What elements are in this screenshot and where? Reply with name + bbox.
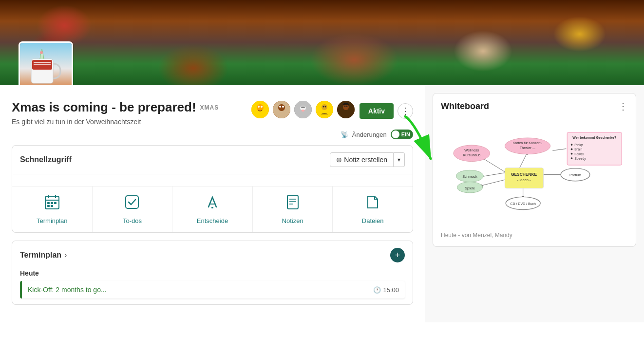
svg-point-22	[324, 106, 326, 108]
profile-image	[19, 41, 73, 85]
changes-label: Änderungen	[352, 131, 387, 138]
svg-point-13	[282, 106, 284, 108]
svg-rect-34	[47, 205, 50, 207]
title-left: Xmas is coming - be prepared! XMAS Es gi…	[12, 100, 250, 126]
dateien-icon	[365, 194, 380, 213]
svg-point-17	[303, 107, 304, 108]
right-column: Whiteboard ⋮	[425, 85, 644, 322]
svg-point-9	[261, 106, 263, 108]
add-terminplan-button[interactable]: +	[390, 248, 405, 262]
svg-text:Feivel: Feivel	[574, 152, 584, 156]
title-section: Xmas is coming - be prepared! XMAS Es gi…	[12, 100, 413, 126]
schnellzugriff-header: Schnellzugriff ⊕ Notiz erstellen ▾	[12, 146, 413, 174]
schnellzugriff-empty	[12, 174, 413, 186]
banner	[0, 0, 644, 85]
svg-text:Theater ...: Theater ...	[520, 146, 535, 149]
nav-entscheide[interactable]: Entscheide	[172, 186, 253, 232]
svg-text:Karten für Konzert /: Karten für Konzert /	[513, 141, 543, 145]
svg-point-21	[322, 106, 324, 108]
svg-point-4	[40, 51, 43, 54]
schnellzugriff-card: Schnellzugriff ⊕ Notiz erstellen ▾	[12, 145, 413, 233]
toggle-dot	[392, 130, 399, 138]
content-area: Xmas is coming - be prepared! XMAS Es gi…	[0, 85, 644, 322]
group-description: Es gibt viel zu tun in der Vorweihnachts…	[12, 118, 250, 126]
nav-todos-label: To-dos	[123, 217, 142, 224]
svg-text:Wer bekommt Geschenke?: Wer bekommt Geschenke?	[572, 136, 616, 139]
group-title: Xmas is coming - be prepared! XMAS	[12, 100, 250, 115]
svg-point-16	[301, 107, 303, 108]
svg-rect-33	[54, 202, 57, 204]
title-actions: Aktiv ⋮	[250, 100, 413, 122]
whiteboard-body: GESCHENKE - Ideen - Wellness Kurzurlaub …	[433, 119, 636, 246]
rss-icon: 📡	[341, 131, 348, 138]
svg-point-11	[278, 104, 285, 111]
terminplan-icon	[44, 194, 60, 213]
banner-bg	[0, 0, 644, 85]
svg-line-45	[480, 179, 507, 186]
terminplan-title: Terminplan ›	[20, 251, 67, 260]
svg-rect-37	[211, 207, 213, 208]
schnellzugriff-title: Schnellzugriff	[20, 155, 72, 164]
svg-point-72	[571, 153, 573, 155]
svg-point-68	[571, 144, 573, 146]
svg-point-24	[343, 104, 349, 110]
left-column: Xmas is coming - be prepared! XMAS Es gi…	[0, 85, 425, 322]
svg-point-18	[302, 110, 304, 112]
avatar-4	[315, 100, 334, 119]
quick-nav: Terminplan To-dos	[12, 186, 413, 232]
svg-rect-32	[51, 202, 53, 204]
svg-point-25	[344, 106, 345, 107]
notiz-btn-group: ⊕ Notiz erstellen ▾	[330, 152, 405, 167]
group-title-text: Xmas is coming - be prepared!	[12, 100, 196, 115]
svg-line-43	[518, 152, 528, 170]
whiteboard-more-button[interactable]: ⋮	[618, 100, 628, 112]
whiteboard-title: Whiteboard	[441, 101, 489, 112]
svg-text:Parfum: Parfum	[569, 173, 581, 177]
svg-point-8	[258, 106, 260, 108]
event-row[interactable]: Kick-Off: 2 months to go... 🕐 15:00	[20, 281, 405, 298]
svg-point-26	[346, 106, 347, 107]
xmas-badge: XMAS	[200, 104, 219, 111]
aktiv-button[interactable]: Aktiv	[360, 103, 394, 119]
nav-notizen[interactable]: Notizen	[253, 186, 333, 232]
heute-section: Heute Kick-Off: 2 months to go... 🕐 15:0…	[12, 269, 413, 304]
svg-line-48	[552, 149, 566, 150]
svg-point-20	[322, 104, 327, 110]
svg-text:CD / DVD / Buch: CD / DVD / Buch	[510, 202, 536, 205]
svg-text:Pinky: Pinky	[574, 143, 583, 147]
terminplan-header: Terminplan › +	[12, 241, 413, 269]
svg-point-7	[257, 104, 264, 111]
whiteboard-card: Whiteboard ⋮	[433, 93, 636, 247]
avatar-3	[293, 100, 313, 119]
nav-notizen-label: Notizen	[282, 217, 303, 224]
event-time: 🕐 15:00	[373, 286, 399, 294]
svg-text:Spiele: Spiele	[465, 186, 475, 190]
nav-dateien[interactable]: Dateien	[333, 186, 413, 232]
terminplan-card: Terminplan › + Heute Kick-Off: 2 months …	[12, 241, 413, 305]
terminplan-chevron: ›	[64, 251, 67, 260]
nav-todos[interactable]: To-dos	[93, 186, 173, 232]
svg-rect-31	[47, 202, 50, 204]
changes-toggle[interactable]: EIN	[391, 130, 413, 139]
toggle-label: EIN	[401, 131, 410, 137]
svg-text:Speedy: Speedy	[574, 157, 586, 161]
avatars-row	[250, 100, 356, 119]
svg-point-74	[571, 157, 573, 159]
notiz-erstellen-button[interactable]: ⊕ Notiz erstellen	[330, 152, 394, 167]
whiteboard-diagram[interactable]: GESCHENKE - Ideen - Wellness Kurzurlaub …	[439, 119, 630, 226]
profile-image-inner	[20, 43, 72, 85]
avatar-2	[272, 100, 291, 119]
nav-terminplan[interactable]: Terminplan	[12, 186, 93, 232]
nav-terminplan-label: Terminplan	[37, 217, 68, 224]
heute-label: Heute	[20, 269, 405, 277]
nav-dateien-label: Dateien	[362, 217, 384, 224]
svg-rect-35	[51, 205, 53, 207]
todos-icon	[124, 194, 140, 213]
notiz-dropdown-button[interactable]: ▾	[394, 152, 405, 167]
svg-text:Kurzurlaub: Kurzurlaub	[463, 153, 480, 157]
avatar-5	[336, 100, 356, 119]
svg-text:- Ideen -: - Ideen -	[517, 178, 531, 182]
more-button[interactable]: ⋮	[398, 103, 413, 119]
whiteboard-header: Whiteboard ⋮	[433, 93, 636, 119]
changes-row: 📡 Änderungen EIN	[12, 130, 413, 139]
